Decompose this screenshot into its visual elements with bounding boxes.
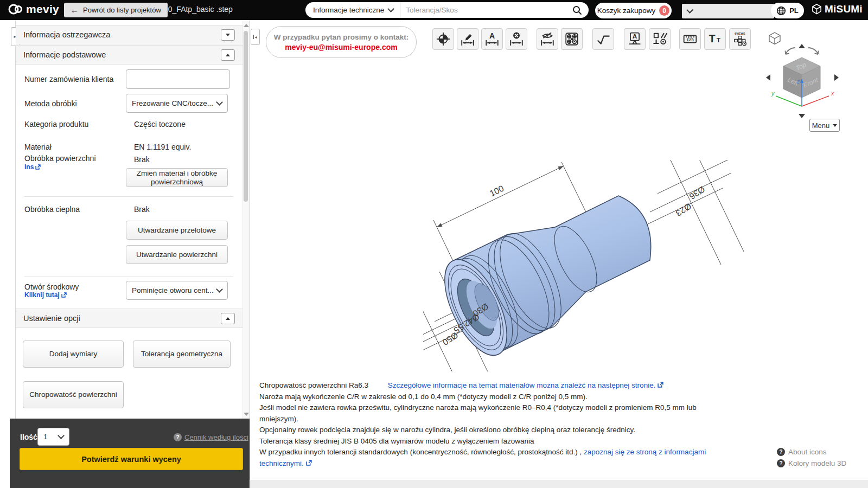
svg-text:T: T bbox=[709, 33, 716, 44]
text-size-button[interactable]: T T bbox=[704, 28, 726, 50]
surface-hardening-button[interactable]: Utwardzanie powierzchni bbox=[126, 245, 228, 264]
datum-button[interactable]: A bbox=[624, 28, 646, 50]
search-icon[interactable] bbox=[572, 5, 582, 15]
quantity-label: Ilość bbox=[20, 433, 37, 441]
chevron-down-icon bbox=[387, 5, 394, 12]
search-category-label: Informacje techniczne bbox=[313, 6, 384, 14]
cart-button[interactable]: Koszyk zakupowy 0 bbox=[595, 3, 672, 18]
viewport-menu-button[interactable]: Menu bbox=[809, 119, 840, 132]
materials-info-link[interactable]: Szczegółowe informacje na temat materiał… bbox=[388, 381, 664, 389]
panel-collapse-handle[interactable]: ◂ bbox=[251, 29, 260, 45]
origin-target-button[interactable] bbox=[432, 28, 454, 50]
technical-info-link[interactable]: zapoznaj się ze stroną z informacjami bbox=[584, 448, 706, 456]
view-left-arrow[interactable] bbox=[766, 74, 770, 81]
viewport-left-border bbox=[250, 20, 250, 480]
method-value: Frezowanie CNC/tocze... bbox=[132, 99, 213, 107]
language-code: PL bbox=[789, 7, 799, 15]
confirm-quote-button[interactable]: Potwierdź warunki wyceny bbox=[20, 448, 243, 470]
collapse-toggle-button[interactable] bbox=[221, 29, 235, 41]
chevron-down-icon bbox=[216, 99, 223, 106]
cart-count-badge: 0 bbox=[659, 5, 669, 16]
question-icon: ? bbox=[777, 459, 785, 467]
view-cube-widget[interactable]: Top Left Front y x z bbox=[762, 26, 859, 134]
external-link-icon bbox=[35, 164, 41, 170]
hide-dimension-button[interactable] bbox=[537, 28, 558, 50]
back-label: Powrót do listy projektów bbox=[83, 6, 161, 14]
through-hardening-button[interactable]: Utwardzanie przelotowe bbox=[126, 221, 228, 240]
model-colors-link[interactable]: ? Kolory modelu 3D bbox=[777, 459, 846, 467]
geometric-tolerance-tool-button[interactable] bbox=[649, 28, 671, 50]
delete-dimension-button[interactable] bbox=[506, 28, 527, 50]
surface-finish-icon bbox=[596, 31, 611, 47]
scroll-up-arrow[interactable] bbox=[244, 24, 249, 27]
open-file-name: 10_FAtp_basic .step bbox=[164, 5, 233, 14]
section-header-options[interactable]: Ustawienie opcji bbox=[16, 309, 242, 328]
note-groove-b: mniejszym). bbox=[259, 414, 829, 425]
misumi-logo: MiSUMi bbox=[812, 3, 863, 15]
contact-email[interactable]: meviy-eu@misumi-europe.com bbox=[285, 43, 397, 52]
measure-scale-button[interactable]: 123 bbox=[679, 28, 701, 50]
svg-text:A: A bbox=[489, 31, 495, 40]
scroll-down-arrow[interactable] bbox=[244, 413, 249, 416]
center-hole-value: Pominięcie otworu cent... bbox=[132, 286, 214, 294]
rotate-ccw-icon[interactable] bbox=[786, 48, 796, 54]
geometric-tolerance-button[interactable]: Tolerancja geometryczna bbox=[133, 341, 231, 368]
collapse-toggle-button[interactable] bbox=[221, 49, 235, 61]
triangle-down-icon bbox=[226, 34, 230, 36]
model-3d-view[interactable]: 100 Ø30 Ø42.55 Ø50 Ø36 Ø23 bbox=[423, 160, 749, 371]
view-right-arrow[interactable] bbox=[834, 74, 839, 81]
collapse-toggle-button[interactable] bbox=[221, 313, 235, 324]
axis-z-label: z bbox=[796, 78, 800, 85]
hole-group-button[interactable] bbox=[561, 28, 583, 50]
iso-view-icon[interactable] bbox=[769, 33, 780, 44]
technical-info-link-2[interactable]: technicznymi. bbox=[259, 459, 304, 467]
bottom-strip bbox=[250, 480, 868, 488]
change-material-button[interactable]: Zmień materiał i obróbkę powierzchniową bbox=[126, 168, 228, 187]
quantity-select[interactable]: 1 bbox=[37, 428, 69, 446]
materials-link-label: Szczegółowe informacje na temat materiał… bbox=[388, 381, 656, 389]
pricing-by-quantity-link[interactable]: ? Cennik według ilości bbox=[174, 433, 248, 441]
turned-part-model[interactable] bbox=[432, 196, 650, 364]
center-hole-select[interactable]: Pominięcie otworu cent... bbox=[126, 281, 228, 300]
surface-roughness-button[interactable]: Chropowatość powierzchni bbox=[23, 381, 124, 408]
meviy-logo[interactable]: meviy bbox=[8, 3, 59, 16]
triangle-up-icon bbox=[226, 54, 230, 56]
order-number-input[interactable] bbox=[126, 69, 230, 89]
about-icons-link[interactable]: ? About icons bbox=[777, 448, 827, 456]
surface-finish-button[interactable] bbox=[592, 28, 614, 50]
chevron-down-icon bbox=[58, 432, 65, 439]
back-to-projects-button[interactable]: ← Powrót do listy projektów bbox=[64, 3, 168, 17]
measure-scale-icon: 123 bbox=[682, 31, 698, 47]
material-value: EN 1.1191 equiv. bbox=[134, 143, 191, 151]
method-select[interactable]: Frezowanie CNC/tocze... bbox=[126, 94, 228, 113]
search-input[interactable] bbox=[400, 6, 572, 14]
rotate-cw-icon[interactable] bbox=[808, 48, 819, 54]
text-dimension-button[interactable]: A bbox=[481, 28, 503, 50]
six-views-button[interactable]: 6VIEWS bbox=[729, 28, 751, 50]
language-button[interactable]: PL bbox=[771, 3, 804, 18]
basic-header-label: Informacje podstawowe bbox=[23, 50, 106, 59]
category-value: Części toczone bbox=[134, 120, 186, 129]
surface-label: Obróbka powierzchni bbox=[24, 154, 96, 163]
warning-header-label: Informacja ostrzegawcza bbox=[23, 30, 110, 39]
options-header-label: Ustawienie opcji bbox=[23, 314, 80, 323]
section-header-warning[interactable]: Informacja ostrzegawcza bbox=[16, 25, 242, 44]
meviy-swirl-icon bbox=[8, 3, 24, 16]
add-dimensions-button[interactable]: Dodaj wymiary bbox=[23, 341, 124, 368]
hole-group-icon bbox=[564, 31, 579, 47]
topbar: meviy ← Powrót do listy projektów 10_FAt… bbox=[0, 0, 868, 20]
project-select[interactable] bbox=[682, 4, 774, 18]
add-dimension-button[interactable] bbox=[457, 28, 478, 50]
origin-target-icon bbox=[436, 31, 451, 47]
triangle-up-icon bbox=[226, 317, 230, 320]
scrollbar-thumb[interactable] bbox=[244, 31, 248, 202]
axis-y-label: y bbox=[771, 90, 775, 97]
view-up-arrow[interactable] bbox=[799, 44, 805, 48]
center-hole-link[interactable]: Kliknij tutaj bbox=[24, 291, 67, 299]
view-down-arrow[interactable] bbox=[799, 114, 805, 118]
ins-link[interactable]: Ins bbox=[24, 163, 41, 171]
note-tech-link-wrap: technicznymi. bbox=[259, 458, 829, 470]
section-header-basic[interactable]: Informacje podstawowe bbox=[16, 45, 242, 65]
search-category-select[interactable]: Informacje techniczne bbox=[305, 2, 400, 18]
text-size-icon: T T bbox=[707, 31, 723, 47]
